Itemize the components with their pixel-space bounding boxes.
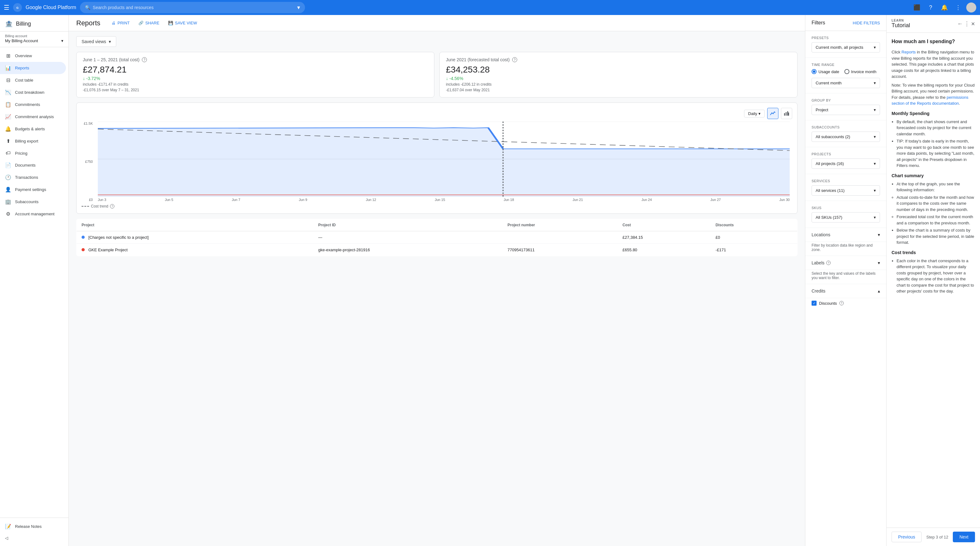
sidebar-item-label-reports: Reports bbox=[15, 65, 29, 70]
discounts-checkbox-item[interactable]: ✓ Discounts ? bbox=[805, 298, 886, 308]
tutorial-reports-link[interactable]: Reports bbox=[902, 50, 916, 54]
share-icon: 🔗 bbox=[138, 21, 143, 25]
sidebar-collapse-button[interactable]: ◁ bbox=[0, 533, 68, 543]
discounts-help-icon[interactable]: ? bbox=[839, 301, 844, 306]
time-range-label: Time range bbox=[811, 63, 880, 67]
filters-header: Filters HIDE FILTERS bbox=[805, 15, 886, 31]
locations-sublabel: Filter by location data like region and … bbox=[805, 242, 886, 256]
labels-label: Labels bbox=[811, 260, 824, 265]
subaccounts-dropdown[interactable]: All subaccounts (2) ▾ bbox=[811, 132, 880, 142]
hamburger-menu[interactable]: ☰ bbox=[4, 4, 10, 11]
filter-labels[interactable]: Labels ? ▾ bbox=[805, 256, 886, 270]
chart-svg bbox=[98, 122, 790, 197]
filter-locations[interactable]: Locations ▾ bbox=[805, 228, 886, 242]
sidebar-item-documents[interactable]: 📄 Documents bbox=[0, 159, 66, 171]
documents-icon: 📄 bbox=[5, 162, 11, 168]
labels-help-icon[interactable]: ? bbox=[826, 261, 830, 265]
sidebar-item-label-payment-settings: Payment settings bbox=[15, 187, 46, 192]
sidebar-item-release-notes[interactable]: 📝 Release Notes bbox=[0, 521, 66, 533]
svg-text:G: G bbox=[16, 6, 18, 10]
x-label-0: Jun 3 bbox=[98, 198, 106, 202]
search-bar[interactable]: 🔍 ▾ bbox=[80, 2, 305, 13]
daily-selector[interactable]: Daily ▾ bbox=[744, 110, 765, 118]
group-by-dropdown[interactable]: Project ▾ bbox=[811, 105, 880, 115]
sidebar-item-cost-table[interactable]: ⊟ Cost table bbox=[0, 74, 66, 86]
tutorial-next-button[interactable]: Next bbox=[953, 532, 975, 542]
sidebar-item-commitment-analysis[interactable]: 📈 Commitment analysis bbox=[0, 111, 66, 123]
invoice-month-radio[interactable]: Invoice month bbox=[845, 69, 877, 74]
tutorial-header-icons: ← ⋮ ✕ bbox=[957, 20, 975, 27]
share-button[interactable]: 🔗 SHARE bbox=[135, 19, 163, 27]
billing-icon: 🏦 bbox=[5, 20, 13, 27]
skus-dropdown[interactable]: All SKUs (157) ▾ bbox=[811, 212, 880, 223]
sidebar-item-billing-export[interactable]: ⬆ Billing export bbox=[0, 135, 66, 147]
search-dropdown-icon[interactable]: ▾ bbox=[297, 4, 300, 11]
tutorial-header: LEARN Tutorial ← ⋮ ✕ bbox=[886, 15, 980, 33]
line-chart-button[interactable] bbox=[767, 108, 778, 119]
tutorial-close-button[interactable]: ✕ bbox=[971, 20, 975, 27]
data-table: Project Project ID Project number Cost D… bbox=[76, 219, 797, 256]
tutorial-back-button[interactable]: ← bbox=[957, 20, 963, 27]
tutorial-body: How much am I spending? Click Reports in… bbox=[886, 33, 980, 528]
group-by-label: Group by bbox=[811, 99, 880, 102]
tutorial-chart-summary-title: Chart summary bbox=[892, 172, 975, 179]
sidebar-item-budgets-alerts[interactable]: 🔔 Budgets & alerts bbox=[0, 123, 66, 135]
tutorial-more-button[interactable]: ⋮ bbox=[964, 20, 970, 27]
sidebar-item-reports[interactable]: 📊 Reports bbox=[0, 62, 66, 74]
saved-views-bar: Saved views ▾ bbox=[76, 36, 797, 47]
sidebar-item-subaccounts[interactable]: 🏢 Subaccounts bbox=[0, 196, 66, 208]
bar-chart-button[interactable] bbox=[781, 108, 792, 119]
search-icon: 🔍 bbox=[85, 5, 90, 10]
actual-help-icon[interactable]: ? bbox=[142, 57, 147, 62]
user-avatar[interactable] bbox=[966, 3, 976, 13]
projects-dropdown[interactable]: All projects (16) ▾ bbox=[811, 158, 880, 169]
sidebar-item-overview[interactable]: ⊞ Overview bbox=[0, 50, 66, 62]
sidebar-header: 🏦 Billing bbox=[0, 15, 68, 32]
sidebar-item-payment-settings[interactable]: 👤 Payment settings bbox=[0, 183, 66, 196]
help-icon[interactable]: ? bbox=[925, 2, 936, 13]
print-button[interactable]: 🖨 PRINT bbox=[108, 19, 134, 27]
sidebar-item-cost-breakdown[interactable]: 📉 Cost breakdown bbox=[0, 86, 66, 99]
col-cost: Cost bbox=[617, 219, 711, 231]
tutorial-title: Tutorial bbox=[892, 22, 910, 29]
saved-views-dropdown[interactable]: Saved views ▾ bbox=[76, 36, 116, 47]
forecasted-amount: £34,253.28 bbox=[446, 65, 791, 75]
save-icon: 💾 bbox=[168, 21, 173, 25]
save-view-button[interactable]: 💾 SAVE VIEW bbox=[164, 19, 201, 27]
discounts-checkbox[interactable]: ✓ bbox=[811, 301, 816, 306]
usage-date-circle bbox=[811, 69, 816, 74]
notifications-icon[interactable]: 🔔 bbox=[939, 2, 950, 13]
sidebar-item-account-management[interactable]: ⚙ Account management bbox=[0, 208, 66, 220]
services-dropdown[interactable]: All services (11) ▾ bbox=[811, 185, 880, 196]
sidebar-item-label-subaccounts: Subaccounts bbox=[15, 199, 38, 204]
sidebar-item-label-release-notes: Release Notes bbox=[15, 524, 41, 529]
forecasted-help-icon[interactable]: ? bbox=[512, 57, 517, 62]
search-input[interactable] bbox=[93, 5, 295, 10]
billing-export-icon: ⬆ bbox=[5, 138, 11, 144]
list-item: By default, the chart shows current and … bbox=[897, 119, 975, 137]
tutorial-para1: Click Reports in the Billing navigation … bbox=[892, 49, 975, 80]
row1-project-id: — bbox=[313, 231, 503, 244]
saved-views-chevron: ▾ bbox=[109, 39, 111, 44]
discounts-label: Discounts bbox=[819, 301, 837, 306]
more-icon[interactable]: ⋮ bbox=[953, 2, 964, 13]
sidebar-item-pricing[interactable]: 🏷 Pricing bbox=[0, 147, 66, 159]
cloud-shell-icon[interactable]: ⬛ bbox=[911, 2, 923, 13]
google-cloud-logo: G bbox=[13, 3, 22, 12]
top-nav: ☰ G Google Cloud Platform 🔍 ▾ ⬛ ? 🔔 ⋮ bbox=[0, 0, 980, 15]
hide-filters-button[interactable]: HIDE FILTERS bbox=[853, 21, 880, 25]
legend-help-icon[interactable]: ? bbox=[110, 204, 115, 209]
chart-area: Daily ▾ bbox=[76, 102, 797, 214]
tutorial-previous-button[interactable]: Previous bbox=[892, 532, 921, 542]
sidebar-item-commitments[interactable]: 📋 Commitments bbox=[0, 99, 66, 111]
filter-credits[interactable]: Credits ▴ bbox=[805, 284, 886, 298]
filter-time-range: Time range Usage date Invoice month Curr… bbox=[805, 58, 886, 94]
time-range-period-dropdown[interactable]: Current month ▾ bbox=[811, 78, 880, 88]
filter-projects: Projects All projects (16) ▾ bbox=[805, 147, 886, 174]
presets-dropdown[interactable]: Current month, all projects ▾ bbox=[811, 42, 880, 53]
sidebar-item-transactions[interactable]: 🕐 Transactions bbox=[0, 171, 66, 183]
usage-date-radio[interactable]: Usage date bbox=[811, 69, 839, 74]
billing-title: Billing bbox=[16, 21, 31, 27]
billing-account-selector[interactable]: My Billing Account ▾ bbox=[5, 38, 64, 43]
filter-skus: SKUs All SKUs (157) ▾ bbox=[805, 201, 886, 228]
